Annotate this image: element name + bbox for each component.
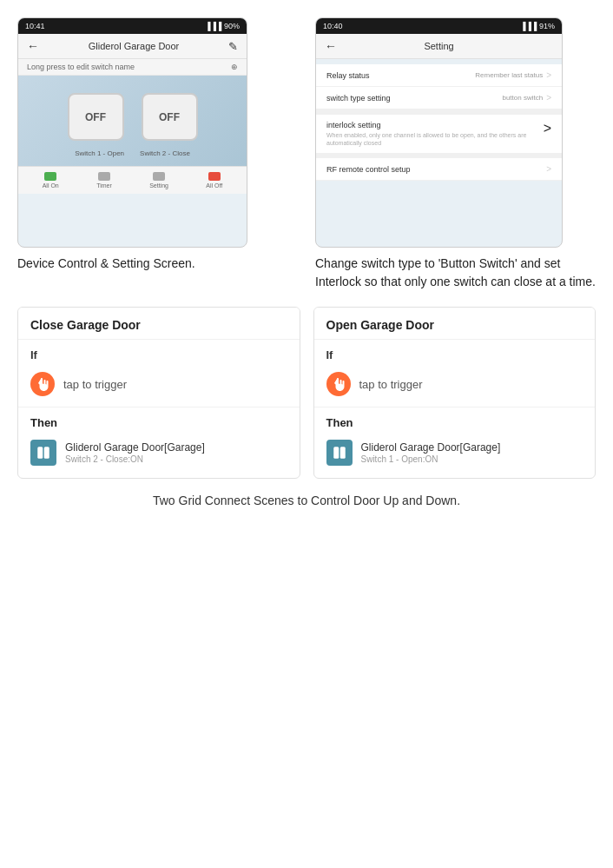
phone1-allon-btn[interactable]: All On — [43, 172, 59, 189]
scene-card-close-action: Gliderol Garage Door[Garage] Switch 2 - … — [18, 434, 300, 478]
scene-card-close-trigger-text: tap to trigger — [63, 378, 127, 391]
phone2-signal-battery: ▐▐▐ 91% — [520, 22, 555, 30]
phone2-relay-chevron: > — [546, 70, 551, 80]
phone1-timer-btn[interactable]: Timer — [96, 172, 112, 189]
phone1-back-icon[interactable]: ← — [27, 39, 39, 53]
phone1-signal-battery: ▐▐▐ 90% — [205, 22, 240, 30]
phone2-settings-body: Relay status Remember last status > swit… — [316, 64, 562, 181]
scene-card-close-action-icon — [30, 440, 56, 466]
scene-card-close: Close Garage Door If tap to trigger Then… — [17, 307, 300, 479]
scene-card-open-if: If — [314, 340, 596, 365]
phone1-caption: Device Control & Setting Screen. — [17, 255, 298, 273]
scene-card-open: Open Garage Door If tap to trigger Then … — [313, 307, 597, 479]
phone1-setting-btn[interactable]: Setting — [149, 172, 168, 189]
svg-rect-3 — [339, 447, 345, 459]
phone2-screen: 10:40 ▐▐▐ 91% ← Setting Relay status Rem… — [315, 17, 563, 248]
phone2-interlock-row[interactable]: interlock setting When enabled, only one… — [316, 115, 562, 153]
phone1-switch1[interactable]: OFF — [68, 93, 124, 141]
phone1-block: 10:41 ▐▐▐ 90% ← Gliderol Garage Door ✎ L… — [17, 17, 298, 291]
phone2-relay-row[interactable]: Relay status Remember last status > — [316, 64, 562, 87]
phone2-statusbar: 10:40 ▐▐▐ 91% — [316, 18, 562, 34]
phone1-switch1-label: Switch 1 - Open — [75, 149, 124, 157]
phone2-settings-section1: Relay status Remember last status > swit… — [316, 64, 562, 109]
phone2-switchtype-chevron: > — [546, 93, 551, 103]
scene-card-open-action: Gliderol Garage Door[Garage] Switch 1 - … — [314, 434, 596, 478]
phone2-block: 10:40 ▐▐▐ 91% ← Setting Relay status Rem… — [315, 17, 596, 291]
svg-rect-0 — [37, 447, 43, 459]
phone2-title: Setting — [424, 41, 453, 51]
scene-card-close-action-text: Gliderol Garage Door[Garage] Switch 2 - … — [65, 441, 205, 464]
tap-trigger-icon-open — [326, 372, 351, 396]
phone1-titlebar: ← Gliderol Garage Door ✎ — [18, 34, 247, 59]
scene-card-close-title: Close Garage Door — [18, 308, 300, 340]
scene-card-open-then: Then — [314, 407, 596, 434]
phone1-time: 10:41 — [25, 22, 45, 30]
phone2-time: 10:40 — [323, 22, 343, 30]
scene-card-close-trigger[interactable]: tap to trigger — [18, 365, 300, 407]
scene-card-open-trigger-text: tap to trigger — [359, 378, 423, 391]
phone1-alloff-btn[interactable]: All Off — [206, 172, 222, 189]
tap-trigger-icon-close — [30, 372, 55, 396]
scene-card-open-title: Open Garage Door — [314, 308, 596, 340]
scene-card-open-trigger[interactable]: tap to trigger — [314, 365, 596, 407]
scene-card-close-if: If — [18, 340, 300, 365]
phone1-statusbar: 10:41 ▐▐▐ 90% — [18, 18, 247, 34]
phone2-interlock-section: interlock setting When enabled, only one… — [316, 115, 562, 153]
svg-rect-2 — [333, 447, 339, 459]
phone2-interlock-chevron: > — [544, 121, 551, 136]
phone2-rf-section: RF remote control setup > — [316, 158, 562, 181]
scene-card-open-action-icon — [326, 440, 353, 466]
phone2-back-icon[interactable]: ← — [325, 39, 337, 53]
phone2-caption: Change switch type to 'Button Switch' an… — [315, 255, 596, 291]
phone1-subtitle: Long press to edit switch name ⊕ — [18, 59, 247, 76]
phone2-rf-row[interactable]: RF remote control setup > — [316, 158, 562, 181]
svg-rect-1 — [44, 447, 49, 459]
scenes-caption: Two Grid Connect Scenes to Control Door … — [17, 492, 596, 510]
phone1-edit-icon[interactable]: ✎ — [228, 40, 238, 53]
scene-card-close-then: Then — [18, 407, 300, 434]
phone2-switchtype-row[interactable]: switch type setting button switch > — [316, 87, 562, 109]
phone1-bottombar: All On Timer Setting All Off — [18, 166, 247, 194]
phone2-titlebar: ← Setting — [316, 34, 562, 59]
phone1-screen: 10:41 ▐▐▐ 90% ← Gliderol Garage Door ✎ L… — [17, 17, 247, 248]
phone1-switch2-label: Switch 2 - Close — [140, 149, 190, 157]
phone1-title: Gliderol Garage Door — [89, 41, 180, 51]
phone2-rf-chevron: > — [546, 164, 551, 174]
scene-card-open-action-text: Gliderol Garage Door[Garage] Switch 1 - … — [361, 441, 501, 464]
phone1-switch2[interactable]: OFF — [142, 93, 198, 141]
top-row: 10:41 ▐▐▐ 90% ← Gliderol Garage Door ✎ L… — [17, 17, 596, 291]
scenes-row: Close Garage Door If tap to trigger Then… — [17, 307, 596, 479]
